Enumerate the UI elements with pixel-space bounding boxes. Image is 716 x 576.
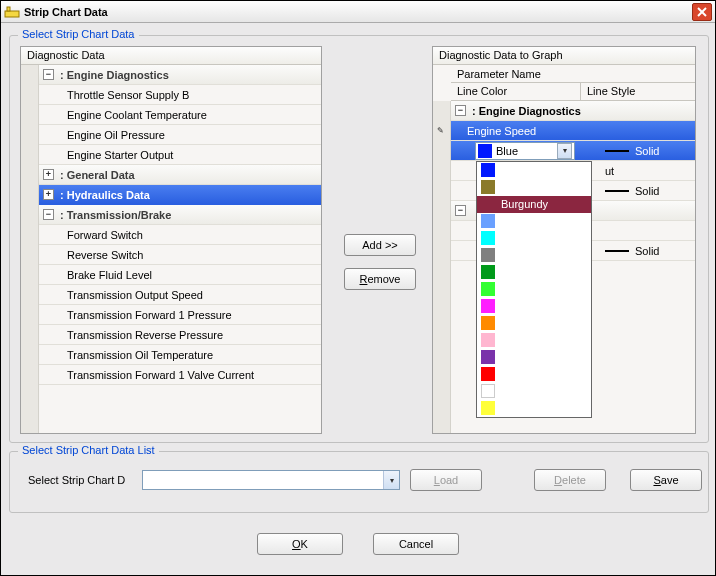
item-label: Brake Fluid Level [67, 269, 152, 281]
line-color-combo[interactable]: Blue ▾ BlueBrownBurgundyCorn FlowerCyanG… [475, 142, 575, 160]
color-option[interactable]: Lime [477, 281, 591, 298]
color-option[interactable]: Gray [477, 247, 591, 264]
group-label: : General Data [60, 169, 135, 181]
data-list-fieldset: Select Strip Chart Data List Select Stri… [9, 451, 709, 513]
group-label: : Transmission/Brake [60, 209, 171, 221]
graph-group-engine[interactable]: −: Engine Diagnostics [451, 101, 695, 121]
graph-item-engine-speed-props[interactable]: Blue ▾ BlueBrownBurgundyCorn FlowerCyanG… [451, 141, 695, 161]
line-style-cell[interactable]: Solid [599, 241, 695, 260]
group-general-data[interactable]: +: General Data [39, 165, 321, 185]
color-swatch [481, 197, 495, 211]
group-engine-diagnostics[interactable]: −: Engine Diagnostics [39, 65, 321, 85]
group-label: : Engine Diagnostics [60, 69, 169, 81]
color-swatch [481, 333, 495, 347]
collapse-icon[interactable]: − [43, 209, 54, 220]
color-option[interactable]: Pink [477, 332, 591, 349]
expand-icon[interactable]: + [43, 169, 54, 180]
add-button[interactable]: Add >> [344, 234, 416, 256]
color-option[interactable]: Yellow [477, 400, 591, 417]
graph-tree[interactable]: −: Engine Diagnostics ✎Engine Speed Blue… [451, 101, 695, 433]
tree-item[interactable]: Engine Starter Output [39, 145, 321, 165]
button-label: Add >> [362, 239, 397, 251]
color-swatch [481, 299, 495, 313]
button-label: oad [440, 474, 458, 486]
color-option[interactable]: Green [477, 264, 591, 281]
color-swatch [481, 350, 495, 364]
line-color-cell[interactable]: Blue ▾ BlueBrownBurgundyCorn FlowerCyanG… [451, 141, 599, 160]
select-data-fieldset: Select Strip Chart Data Diagnostic Data … [9, 35, 709, 443]
item-label: Engine Speed [467, 125, 536, 137]
collapse-icon[interactable]: − [455, 205, 466, 216]
tree-item[interactable]: Transmission Forward 1 Pressure [39, 305, 321, 325]
tree-item[interactable]: Transmission Forward 1 Valve Current [39, 365, 321, 385]
content: Select Strip Chart Data Diagnostic Data … [1, 23, 715, 575]
color-name: Pink [501, 334, 522, 346]
strip-chart-dialog: Strip Chart Data Select Strip Chart Data… [0, 0, 716, 576]
graph-item-engine-speed-name[interactable]: ✎Engine Speed [451, 121, 695, 141]
line-style-cell[interactable]: Solid [599, 181, 695, 200]
collapse-icon[interactable]: − [43, 69, 54, 80]
save-button[interactable]: Save [630, 469, 702, 491]
color-dropdown[interactable]: BlueBrownBurgundyCorn FlowerCyanGrayGree… [476, 161, 592, 418]
svg-rect-0 [5, 11, 19, 17]
group-hydraulics-data[interactable]: +: Hydraulics Data [39, 185, 321, 205]
item-label: Engine Coolant Temperature [67, 109, 207, 121]
collapse-icon[interactable]: − [455, 105, 466, 116]
color-swatch [481, 316, 495, 330]
cancel-button[interactable]: Cancel [373, 533, 459, 555]
color-swatch [481, 231, 495, 245]
color-option[interactable]: Magenta [477, 298, 591, 315]
tree-item[interactable]: Engine Coolant Temperature [39, 105, 321, 125]
tree-item[interactable]: Forward Switch [39, 225, 321, 245]
delete-button[interactable]: Delete [534, 469, 606, 491]
ok-button[interactable]: OK [257, 533, 343, 555]
tree-item[interactable]: Reverse Switch [39, 245, 321, 265]
item-label: Engine Starter Output [67, 149, 173, 161]
parameter-name-label: Parameter Name [457, 68, 541, 80]
color-option[interactable]: Orange [477, 315, 591, 332]
load-button[interactable]: Load [410, 469, 482, 491]
data-list-combo[interactable]: ▾ [142, 470, 400, 490]
line-style-cell[interactable]: Solid [599, 141, 695, 160]
color-option[interactable]: Blue [477, 162, 591, 179]
color-option[interactable]: Burgundy [477, 196, 591, 213]
color-option[interactable]: Cyan [477, 230, 591, 247]
color-name: Orange [501, 317, 538, 329]
color-name: Blue [501, 164, 523, 176]
color-option[interactable]: Purple [477, 349, 591, 366]
tree-item[interactable]: Brake Fluid Level [39, 265, 321, 285]
line-style-label: Solid [635, 245, 659, 257]
button-label: ave [661, 474, 679, 486]
button-label: Cancel [399, 538, 433, 550]
color-option[interactable]: White [477, 383, 591, 400]
diagnostic-tree[interactable]: −: Engine Diagnostics Throttle Sensor Su… [39, 65, 321, 433]
group-transmission-brake[interactable]: −: Transmission/Brake [39, 205, 321, 225]
chevron-down-icon[interactable]: ▾ [383, 471, 399, 489]
select-data-legend: Select Strip Chart Data [18, 28, 139, 40]
chevron-down-icon[interactable]: ▾ [557, 143, 572, 159]
color-name: Corn Flower [501, 215, 561, 227]
tree-item[interactable]: Transmission Output Speed [39, 285, 321, 305]
expand-icon[interactable]: + [43, 189, 54, 200]
color-name: White [501, 385, 529, 397]
tree-item[interactable]: Transmission Oil Temperature [39, 345, 321, 365]
color-option[interactable]: Brown [477, 179, 591, 196]
svg-rect-1 [7, 7, 10, 11]
diagnostic-data-header: Diagnostic Data [21, 47, 321, 65]
close-button[interactable] [692, 3, 712, 21]
remove-button[interactable]: Remove [344, 268, 416, 290]
color-option[interactable]: Corn Flower [477, 213, 591, 230]
item-label: Forward Switch [67, 229, 143, 241]
line-style-label: Solid [635, 145, 659, 157]
color-name: Green [501, 266, 532, 278]
color-name: Cyan [501, 232, 527, 244]
edit-icon: ✎ [437, 126, 444, 135]
color-option[interactable]: Red [477, 366, 591, 383]
color-swatch [481, 248, 495, 262]
tree-item[interactable]: Engine Oil Pressure [39, 125, 321, 145]
tree-item[interactable]: Transmission Reverse Pressure [39, 325, 321, 345]
tree-item[interactable]: Throttle Sensor Supply B [39, 85, 321, 105]
app-icon [4, 4, 20, 20]
diagnostic-data-panel: Diagnostic Data −: Engine Diagnostics Th… [20, 46, 322, 434]
close-icon [697, 7, 707, 17]
